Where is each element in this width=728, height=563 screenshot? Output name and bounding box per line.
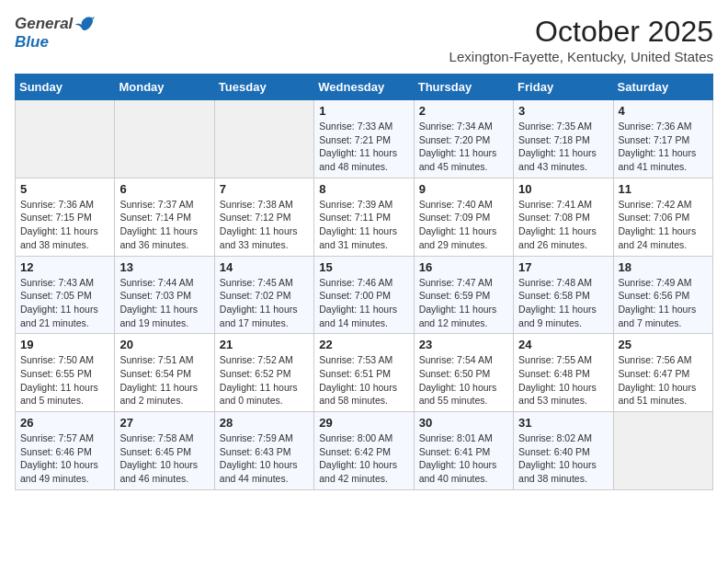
day-info: Sunrise: 7:46 AM Sunset: 7:00 PM Dayligh… [319,276,408,330]
day-info: Sunrise: 7:51 AM Sunset: 6:54 PM Dayligh… [119,353,209,408]
calendar-week-row: 19Sunrise: 7:50 AM Sunset: 6:55 PM Dayli… [16,334,713,412]
day-info: Sunrise: 7:59 AM Sunset: 6:43 PM Dayligh… [220,431,309,486]
day-number: 21 [220,338,309,351]
logo: General Blue [15,15,95,52]
day-info: Sunrise: 7:50 AM Sunset: 6:55 PM Dayligh… [20,353,109,408]
page-header: General Blue October 2025 Lexington-Faye… [15,15,713,64]
day-info: Sunrise: 7:54 AM Sunset: 6:50 PM Dayligh… [419,353,508,408]
day-number: 30 [419,416,508,430]
day-info: Sunrise: 7:41 AM Sunset: 7:08 PM Dayligh… [518,198,608,252]
calendar-cell: 9Sunrise: 7:40 AM Sunset: 7:09 PM Daylig… [414,178,513,256]
calendar-cell: 25Sunrise: 7:56 AM Sunset: 6:47 PM Dayli… [613,334,712,412]
day-number: 2 [419,104,508,118]
calendar-header-row: SundayMondayTuesdayWednesdayThursdayFrid… [16,75,713,100]
calendar-cell [115,100,214,178]
day-number: 25 [619,338,708,351]
day-info: Sunrise: 8:02 AM Sunset: 6:40 PM Dayligh… [518,431,608,486]
calendar-cell: 29Sunrise: 8:00 AM Sunset: 6:42 PM Dayli… [314,412,414,490]
calendar-cell: 23Sunrise: 7:54 AM Sunset: 6:50 PM Dayli… [414,334,513,412]
calendar-cell: 17Sunrise: 7:48 AM Sunset: 6:58 PM Dayli… [514,256,613,334]
day-number: 28 [220,416,309,430]
day-info: Sunrise: 7:36 AM Sunset: 7:15 PM Dayligh… [20,198,109,252]
calendar-week-row: 5Sunrise: 7:36 AM Sunset: 7:15 PM Daylig… [16,178,713,256]
weekday-header-thursday: Thursday [414,75,513,100]
calendar-cell: 27Sunrise: 7:58 AM Sunset: 6:45 PM Dayli… [115,412,214,490]
day-number: 3 [518,104,608,118]
day-number: 14 [220,260,309,274]
day-info: Sunrise: 7:52 AM Sunset: 6:52 PM Dayligh… [220,353,309,408]
calendar-cell: 5Sunrise: 7:36 AM Sunset: 7:15 PM Daylig… [16,178,115,256]
day-number: 31 [518,416,608,430]
day-number: 10 [518,182,608,196]
day-number: 1 [319,104,408,118]
day-number: 19 [20,338,109,351]
calendar-cell: 1Sunrise: 7:33 AM Sunset: 7:21 PM Daylig… [314,100,414,178]
calendar-cell: 21Sunrise: 7:52 AM Sunset: 6:52 PM Dayli… [214,334,313,412]
weekday-header-sunday: Sunday [16,75,115,100]
calendar-cell: 20Sunrise: 7:51 AM Sunset: 6:54 PM Dayli… [115,334,214,412]
calendar-cell: 31Sunrise: 8:02 AM Sunset: 6:40 PM Dayli… [514,412,613,490]
day-info: Sunrise: 7:37 AM Sunset: 7:14 PM Dayligh… [119,198,209,252]
calendar-cell: 3Sunrise: 7:35 AM Sunset: 7:18 PM Daylig… [514,100,613,178]
day-info: Sunrise: 7:48 AM Sunset: 6:58 PM Dayligh… [518,276,608,330]
calendar-cell: 7Sunrise: 7:38 AM Sunset: 7:12 PM Daylig… [214,178,313,256]
day-number: 27 [119,416,209,430]
day-number: 6 [119,182,209,196]
calendar-cell [16,100,115,178]
day-info: Sunrise: 7:39 AM Sunset: 7:11 PM Dayligh… [319,198,408,252]
day-number: 26 [20,416,109,430]
calendar-cell: 2Sunrise: 7:34 AM Sunset: 7:20 PM Daylig… [414,100,513,178]
day-number: 18 [619,260,708,274]
calendar-week-row: 26Sunrise: 7:57 AM Sunset: 6:46 PM Dayli… [16,412,713,490]
day-number: 4 [619,104,708,118]
calendar-cell: 16Sunrise: 7:47 AM Sunset: 6:59 PM Dayli… [414,256,513,334]
day-info: Sunrise: 7:56 AM Sunset: 6:47 PM Dayligh… [619,353,708,408]
day-number: 9 [419,182,508,196]
calendar-cell: 24Sunrise: 7:55 AM Sunset: 6:48 PM Dayli… [514,334,613,412]
day-info: Sunrise: 7:45 AM Sunset: 7:02 PM Dayligh… [220,276,309,330]
calendar-cell: 14Sunrise: 7:45 AM Sunset: 7:02 PM Dayli… [214,256,313,334]
calendar-cell: 4Sunrise: 7:36 AM Sunset: 7:17 PM Daylig… [613,100,712,178]
calendar-table: SundayMondayTuesdayWednesdayThursdayFrid… [15,74,713,490]
calendar-cell: 18Sunrise: 7:49 AM Sunset: 6:56 PM Dayli… [613,256,712,334]
day-info: Sunrise: 8:01 AM Sunset: 6:41 PM Dayligh… [419,431,508,486]
weekday-header-friday: Friday [514,75,613,100]
calendar-cell [613,412,712,490]
day-info: Sunrise: 7:38 AM Sunset: 7:12 PM Dayligh… [220,198,309,252]
month-title: October 2025 [449,15,713,49]
day-number: 13 [119,260,209,274]
day-number: 15 [319,260,408,274]
weekday-header-saturday: Saturday [613,75,712,100]
calendar-cell: 15Sunrise: 7:46 AM Sunset: 7:00 PM Dayli… [314,256,414,334]
day-info: Sunrise: 7:33 AM Sunset: 7:21 PM Dayligh… [319,120,408,174]
calendar-cell: 10Sunrise: 7:41 AM Sunset: 7:08 PM Dayli… [514,178,613,256]
calendar-cell: 28Sunrise: 7:59 AM Sunset: 6:43 PM Dayli… [214,412,313,490]
calendar-week-row: 1Sunrise: 7:33 AM Sunset: 7:21 PM Daylig… [16,100,713,178]
day-info: Sunrise: 7:35 AM Sunset: 7:18 PM Dayligh… [518,120,608,174]
day-number: 8 [319,182,408,196]
logo-blue: Blue [15,33,49,51]
calendar-cell: 22Sunrise: 7:53 AM Sunset: 6:51 PM Dayli… [314,334,414,412]
day-info: Sunrise: 7:58 AM Sunset: 6:45 PM Dayligh… [119,431,209,486]
day-info: Sunrise: 7:43 AM Sunset: 7:05 PM Dayligh… [20,276,109,330]
day-info: Sunrise: 7:36 AM Sunset: 7:17 PM Dayligh… [619,120,708,174]
calendar-cell: 11Sunrise: 7:42 AM Sunset: 7:06 PM Dayli… [613,178,712,256]
day-info: Sunrise: 7:49 AM Sunset: 6:56 PM Dayligh… [619,276,708,330]
day-number: 23 [419,338,508,351]
day-info: Sunrise: 7:42 AM Sunset: 7:06 PM Dayligh… [619,198,708,252]
day-number: 17 [518,260,608,274]
day-number: 12 [20,260,109,274]
day-info: Sunrise: 7:34 AM Sunset: 7:20 PM Dayligh… [419,120,508,174]
weekday-header-tuesday: Tuesday [214,75,313,100]
day-number: 7 [220,182,309,196]
title-area: October 2025 Lexington-Fayette, Kentucky… [449,15,713,64]
logo-bird-icon [74,16,95,32]
calendar-cell: 13Sunrise: 7:44 AM Sunset: 7:03 PM Dayli… [115,256,214,334]
calendar-cell: 6Sunrise: 7:37 AM Sunset: 7:14 PM Daylig… [115,178,214,256]
day-number: 16 [419,260,508,274]
day-info: Sunrise: 8:00 AM Sunset: 6:42 PM Dayligh… [319,431,408,486]
calendar-cell: 30Sunrise: 8:01 AM Sunset: 6:41 PM Dayli… [414,412,513,490]
day-number: 11 [619,182,708,196]
day-number: 20 [119,338,209,351]
day-info: Sunrise: 7:40 AM Sunset: 7:09 PM Dayligh… [419,198,508,252]
